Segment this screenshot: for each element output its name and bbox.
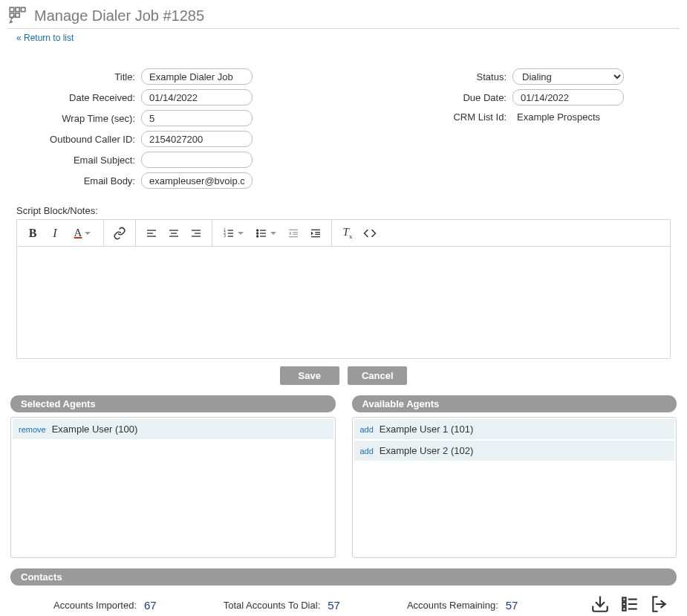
- selected-agents-list[interactable]: remove Example User (100): [10, 417, 336, 558]
- button-row: Save Cancel: [7, 366, 680, 385]
- status-select[interactable]: Dialing: [512, 68, 624, 85]
- agent-name: Example User 2 (102): [380, 445, 473, 456]
- unordered-list-button[interactable]: [250, 222, 282, 244]
- contacts-action-icons: [589, 593, 671, 616]
- date-received-input[interactable]: [141, 89, 253, 106]
- contacts-stats: Accounts Imported: 67 Total Accounts To …: [16, 593, 671, 616]
- crm-list-value: Example Prospects: [512, 110, 605, 124]
- crm-list-label: CRM List Id:: [401, 111, 512, 123]
- return-to-list-link[interactable]: « Return to list: [16, 33, 74, 43]
- email-body-label: Email Body:: [30, 175, 141, 187]
- accounts-imported-value: 67: [144, 599, 157, 612]
- align-right-button[interactable]: [185, 222, 207, 244]
- accounts-imported-label: Accounts Imported:: [53, 600, 137, 611]
- page-title: Manage Dialer Job #1285: [34, 7, 204, 25]
- export-icon: [650, 594, 669, 614]
- remove-agent-link[interactable]: remove: [19, 425, 46, 434]
- save-button[interactable]: Save: [280, 366, 339, 385]
- selected-agents-panel: Selected Agents remove Example User (100…: [10, 395, 336, 558]
- agent-name: Example User 1 (101): [380, 424, 473, 435]
- ordered-list-icon: 123: [223, 227, 235, 239]
- source-code-button[interactable]: [359, 222, 381, 244]
- svg-rect-37: [622, 607, 625, 610]
- italic-button[interactable]: I: [44, 222, 66, 244]
- accounts-remaining-label: Accounts Remaining:: [407, 600, 498, 611]
- script-block-label: Script Block/Notes:: [16, 205, 680, 216]
- export-button[interactable]: [648, 593, 671, 616]
- svg-point-25: [257, 236, 258, 237]
- svg-rect-2: [21, 7, 25, 11]
- svg-point-23: [257, 230, 258, 231]
- accounts-todial-label: Total Accounts To Dial:: [224, 600, 321, 611]
- editor-toolbar: B I A: [17, 220, 670, 247]
- app-icon: [7, 6, 27, 25]
- agent-row: add Example User 2 (102): [354, 441, 675, 461]
- agent-name: Example User (100): [52, 424, 138, 435]
- agents-panels: Selected Agents remove Example User (100…: [10, 395, 677, 558]
- due-date-input[interactable]: [512, 89, 624, 106]
- clear-format-icon: Tx: [343, 226, 353, 240]
- form-area: Title: Date Received: Wrap Time (sec): O…: [30, 68, 680, 193]
- wrap-time-input[interactable]: [141, 110, 253, 126]
- status-label: Status:: [401, 71, 512, 82]
- add-agent-link[interactable]: add: [360, 425, 374, 434]
- cancel-button[interactable]: Cancel: [348, 366, 407, 385]
- chevron-down-icon: [238, 232, 244, 235]
- add-agent-link[interactable]: add: [360, 447, 374, 455]
- list-button[interactable]: [619, 593, 641, 616]
- bold-button[interactable]: B: [22, 222, 44, 244]
- form-col-left: Title: Date Received: Wrap Time (sec): O…: [30, 68, 253, 193]
- due-date-label: Due Date:: [401, 92, 512, 103]
- bold-icon: B: [29, 227, 37, 240]
- svg-rect-4: [16, 13, 19, 17]
- svg-rect-35: [622, 597, 625, 600]
- rich-text-editor: B I A: [16, 219, 671, 359]
- align-left-icon: [146, 227, 157, 239]
- unordered-list-icon: [255, 227, 267, 239]
- ordered-list-button[interactable]: 123: [217, 222, 250, 244]
- indent-icon: [310, 227, 322, 239]
- editor-body[interactable]: [17, 247, 670, 358]
- title-label: Title:: [30, 71, 141, 82]
- font-color-button[interactable]: A: [66, 222, 99, 244]
- svg-point-24: [257, 233, 258, 234]
- accounts-remaining-value: 57: [506, 599, 518, 612]
- email-body-input[interactable]: [141, 172, 253, 189]
- outbound-caller-label: Outbound Caller ID:: [30, 134, 141, 145]
- svg-rect-1: [16, 7, 19, 11]
- code-icon: [363, 227, 377, 240]
- download-button[interactable]: [589, 593, 611, 616]
- link-button[interactable]: [108, 222, 131, 244]
- wrap-time-label: Wrap Time (sec):: [30, 113, 141, 124]
- date-received-label: Date Received:: [30, 92, 141, 103]
- indent-button[interactable]: [305, 222, 327, 244]
- available-agents-header: Available Agents: [352, 395, 677, 412]
- email-subject-label: Email Subject:: [30, 155, 141, 166]
- download-icon: [590, 594, 610, 614]
- accounts-todial-value: 57: [328, 599, 340, 612]
- agent-row: add Example User 1 (101): [354, 419, 675, 439]
- page-header: Manage Dialer Job #1285: [7, 6, 680, 29]
- chevron-down-icon: [85, 232, 91, 235]
- form-col-right: Status: Dialing Due Date: CRM List Id: E…: [401, 68, 624, 193]
- chevron-down-icon: [270, 232, 276, 235]
- font-color-icon: A: [74, 227, 82, 239]
- contacts-header: Contacts: [10, 568, 677, 586]
- align-left-button[interactable]: [140, 222, 163, 244]
- available-agents-list[interactable]: add Example User 1 (101) add Example Use…: [352, 417, 677, 558]
- outdent-button[interactable]: [282, 222, 305, 244]
- selected-agents-header: Selected Agents: [10, 395, 336, 412]
- clear-format-button[interactable]: Tx: [336, 222, 359, 244]
- email-subject-input[interactable]: [141, 152, 253, 168]
- align-center-icon: [168, 227, 180, 239]
- title-input[interactable]: [141, 68, 253, 85]
- svg-rect-36: [622, 603, 625, 606]
- available-agents-panel: Available Agents add Example User 1 (101…: [352, 395, 677, 558]
- italic-icon: I: [53, 227, 56, 240]
- outdent-icon: [287, 227, 299, 239]
- list-icon: [620, 594, 639, 614]
- link-icon: [113, 227, 126, 240]
- align-center-button[interactable]: [163, 222, 185, 244]
- outbound-caller-input[interactable]: [141, 131, 253, 147]
- svg-text:3: 3: [224, 234, 226, 238]
